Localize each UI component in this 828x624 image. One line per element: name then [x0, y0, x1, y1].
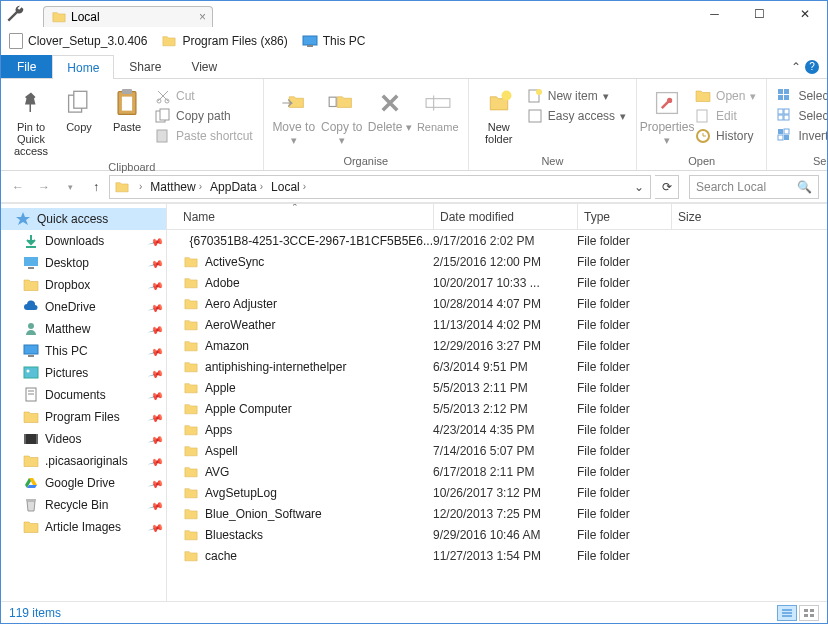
sidebar-item[interactable]: This PC📌 [1, 340, 166, 362]
ribbon-tab-home[interactable]: Home [52, 55, 114, 79]
history-button[interactable]: History [691, 127, 760, 145]
file-row[interactable]: Bluestacks9/29/2016 10:46 AMFile folder [167, 524, 827, 545]
sidebar-item-label: Videos [45, 432, 81, 446]
move-to-button[interactable]: Move to ▾ [270, 85, 318, 148]
pin-icon: 📌 [148, 299, 164, 315]
column-type[interactable]: Type [577, 204, 671, 229]
file-name: AVG [205, 465, 229, 479]
file-date: 11/27/2013 1:54 PM [433, 549, 577, 563]
browser-tab[interactable]: Local × [43, 6, 213, 27]
sidebar-item[interactable]: Downloads📌 [1, 230, 166, 252]
file-row[interactable]: Apple5/5/2013 2:11 PMFile folder [167, 377, 827, 398]
file-row[interactable]: antiphishing-internethelper6/3/2014 9:51… [167, 356, 827, 377]
sidebar[interactable]: Quick accessDownloads📌Desktop📌Dropbox📌On… [1, 204, 167, 601]
select-none-button[interactable]: Select none [773, 107, 828, 125]
pin-to-quick-access-button[interactable]: Pin to Quick access [7, 85, 55, 159]
column-date[interactable]: Date modified [433, 204, 577, 229]
new-item-button[interactable]: New item ▾ [523, 87, 630, 105]
folder-icon [161, 34, 177, 48]
file-row[interactable]: Aero Adjuster10/28/2014 4:07 PMFile fold… [167, 293, 827, 314]
maximize-button[interactable]: ☐ [737, 1, 782, 27]
help-icon[interactable]: ? [805, 60, 819, 74]
sidebar-item[interactable]: Videos📌 [1, 428, 166, 450]
crumb-segment[interactable]: AppData› [206, 180, 267, 194]
sidebar-item[interactable]: Quick access [1, 208, 166, 230]
ribbon-tab-share[interactable]: Share [114, 55, 176, 78]
sidebar-item[interactable]: Dropbox📌 [1, 274, 166, 296]
copy-path-button[interactable]: Copy path [151, 107, 257, 125]
file-row[interactable]: Aspell7/14/2016 5:07 PMFile folder [167, 440, 827, 461]
sidebar-item[interactable]: Google Drive📌 [1, 472, 166, 494]
file-row[interactable]: AeroWeather11/13/2014 4:02 PMFile folder [167, 314, 827, 335]
ribbon-group-new: New folder New item ▾ Easy access ▾ New [469, 79, 637, 170]
sidebar-item[interactable]: OneDrive📌 [1, 296, 166, 318]
ribbon-tab-view[interactable]: View [176, 55, 232, 78]
file-row[interactable]: {670351B8-4251-3CCE-2967-1B1CF5B5E6...9/… [167, 230, 827, 251]
breadcrumb-dropdown[interactable]: ⌄ [634, 180, 648, 194]
sidebar-item[interactable]: Recycle Bin📌 [1, 494, 166, 516]
easy-access-button[interactable]: Easy access ▾ [523, 107, 630, 125]
up-button[interactable]: ↑ [87, 180, 105, 194]
edit-button[interactable]: Edit [691, 107, 760, 125]
invert-selection-button[interactable]: Invert selection [773, 127, 828, 145]
file-type: File folder [577, 507, 671, 521]
column-size[interactable]: Size [671, 204, 751, 229]
file-row[interactable]: Apple Computer5/5/2013 2:12 PMFile folde… [167, 398, 827, 419]
paste-button[interactable]: Paste [103, 85, 151, 135]
column-name[interactable]: Name [177, 204, 433, 229]
sidebar-item[interactable]: Matthew📌 [1, 318, 166, 340]
pin-icon: 📌 [148, 475, 164, 491]
close-button[interactable]: ✕ [782, 1, 827, 27]
file-row[interactable]: ActiveSync2/15/2016 12:00 PMFile folder [167, 251, 827, 272]
bookmark-item[interactable]: Clover_Setup_3.0.406 [9, 33, 147, 49]
file-name: Amazon [205, 339, 249, 353]
breadcrumb[interactable]: › Matthew› AppData› Local› ⌄ [109, 175, 651, 199]
sidebar-item[interactable]: Documents📌 [1, 384, 166, 406]
copy-button[interactable]: Copy [55, 85, 103, 135]
sidebar-item[interactable]: Article Images📌 [1, 516, 166, 538]
minimize-button[interactable]: ─ [692, 1, 737, 27]
file-row[interactable]: Amazon12/29/2016 3:27 PMFile folder [167, 335, 827, 356]
sidebar-item[interactable]: Desktop📌 [1, 252, 166, 274]
properties-button[interactable]: Properties ▾ [643, 85, 691, 148]
file-row[interactable]: Apps4/23/2014 4:35 PMFile folder [167, 419, 827, 440]
refresh-button[interactable]: ⟳ [655, 175, 679, 199]
copy-to-button[interactable]: Copy to ▾ [318, 85, 366, 148]
cut-button[interactable]: Cut [151, 87, 257, 105]
file-row[interactable]: cache11/27/2013 1:54 PMFile folder [167, 545, 827, 566]
search-input[interactable]: Search Local 🔍 [689, 175, 819, 199]
file-row[interactable]: AvgSetupLog10/26/2017 3:12 PMFile folder [167, 482, 827, 503]
crumb-segment[interactable]: Matthew› [146, 180, 206, 194]
paste-shortcut-icon [155, 128, 171, 144]
copy-path-icon [155, 108, 171, 124]
rename-button[interactable]: Rename [414, 85, 462, 135]
file-row[interactable]: Adobe10/20/2017 10:33 ...File folder [167, 272, 827, 293]
svg-point-15 [501, 91, 511, 101]
close-tab-icon[interactable]: × [199, 10, 206, 24]
wrench-icon[interactable] [5, 4, 25, 24]
folder-icon [183, 465, 199, 479]
file-tab[interactable]: File [1, 55, 52, 78]
crumb-segment[interactable]: Local› [267, 180, 310, 194]
new-folder-button[interactable]: New folder [475, 85, 523, 147]
sidebar-item[interactable]: Pictures📌 [1, 362, 166, 384]
sidebar-item[interactable]: Program Files📌 [1, 406, 166, 428]
select-all-button[interactable]: Select all [773, 87, 828, 105]
delete-button[interactable]: Delete ▾ [366, 85, 414, 136]
bookmark-item[interactable]: This PC [302, 34, 366, 48]
file-rows[interactable]: {670351B8-4251-3CCE-2967-1B1CF5B5E6...9/… [167, 230, 827, 601]
sidebar-item[interactable]: .picasaoriginals📌 [1, 450, 166, 472]
file-row[interactable]: Blue_Onion_Software12/20/2013 7:25 PMFil… [167, 503, 827, 524]
paste-shortcut-button[interactable]: Paste shortcut [151, 127, 257, 145]
collapse-ribbon-icon[interactable]: ⌃ [791, 60, 801, 74]
file-row[interactable]: AVG6/17/2018 2:11 PMFile folder [167, 461, 827, 482]
forward-button[interactable]: → [35, 180, 53, 194]
recent-dropdown[interactable]: ▾ [61, 182, 79, 192]
back-button[interactable]: ← [9, 180, 27, 194]
folder-icon [183, 444, 199, 458]
icons-view-button[interactable] [799, 605, 819, 621]
details-view-button[interactable] [777, 605, 797, 621]
file-date: 10/20/2017 10:33 ... [433, 276, 577, 290]
bookmark-item[interactable]: Program Files (x86) [161, 34, 287, 48]
open-button[interactable]: Open ▾ [691, 87, 760, 105]
